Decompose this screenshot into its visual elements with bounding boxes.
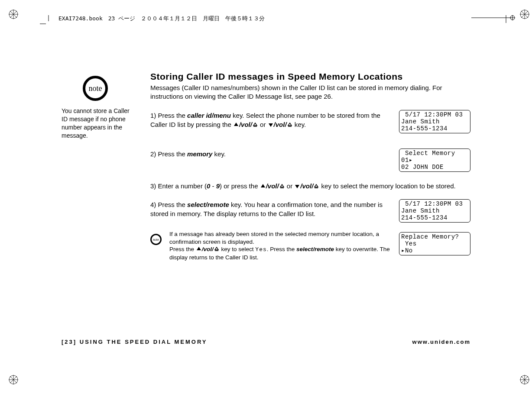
- ring-up-icon: [279, 183, 285, 189]
- step-2: Select Memory 01▸ 02 JOHN DOE 2) Press t…: [150, 149, 470, 172]
- step-1: 5/17 12:30PM 03 Jane Smith 214-555-1234 …: [150, 111, 470, 140]
- side-note-text: You cannot store a Caller ID message if …: [62, 107, 131, 140]
- arrow-up-icon: [196, 246, 202, 252]
- intro-text: Messages (Caller ID names/numbers) shown…: [150, 84, 470, 101]
- arrow-up-icon: [260, 183, 266, 189]
- lcd-display-2: Select Memory 01▸ 02 JOHN DOE: [399, 149, 470, 172]
- crop-mark-icon: [471, 15, 523, 32]
- lcd-display-4: Replace Memory? Yes ▸No: [399, 232, 470, 255]
- footer-left: [23] USING THE SPEED DIAL MEMORY: [62, 339, 208, 345]
- lcd-display-1: 5/17 12:30PM 03 Jane Smith 214-555-1234: [399, 110, 470, 133]
- framemaker-header: EXAI7248.book 23 ページ ２００４年１月１２日 月曜日 午後５時…: [58, 15, 265, 23]
- arrow-down-icon: [294, 183, 300, 189]
- sub-note: Replace Memory? Yes ▸No note If a messag…: [150, 230, 470, 262]
- ring-down-icon: [313, 183, 319, 189]
- registration-mark-icon: [9, 375, 18, 384]
- registration-mark-icon: [520, 375, 529, 384]
- arrow-down-icon: [268, 122, 274, 128]
- step-3: 3) Enter a number (0 - 9) or press the /…: [150, 181, 470, 191]
- footer-url: www.uniden.com: [412, 339, 470, 345]
- lcd-display-3: 5/17 12:30PM 03 Jane Smith 214-555-1234: [399, 199, 470, 223]
- arrow-up-icon: [233, 122, 239, 128]
- crop-mark-icon: [40, 15, 57, 32]
- ring-up-icon: [214, 246, 220, 252]
- ring-up-icon: [252, 122, 258, 128]
- step-4: 5/17 12:30PM 03 Jane Smith 214-555-1234 …: [150, 200, 470, 223]
- ring-down-icon: [287, 122, 293, 128]
- registration-mark-icon: [9, 10, 18, 19]
- note-icon: note: [83, 76, 110, 103]
- section-title: Storing Caller ID messages in Speed Memo…: [150, 71, 470, 82]
- note-icon: note: [150, 234, 162, 246]
